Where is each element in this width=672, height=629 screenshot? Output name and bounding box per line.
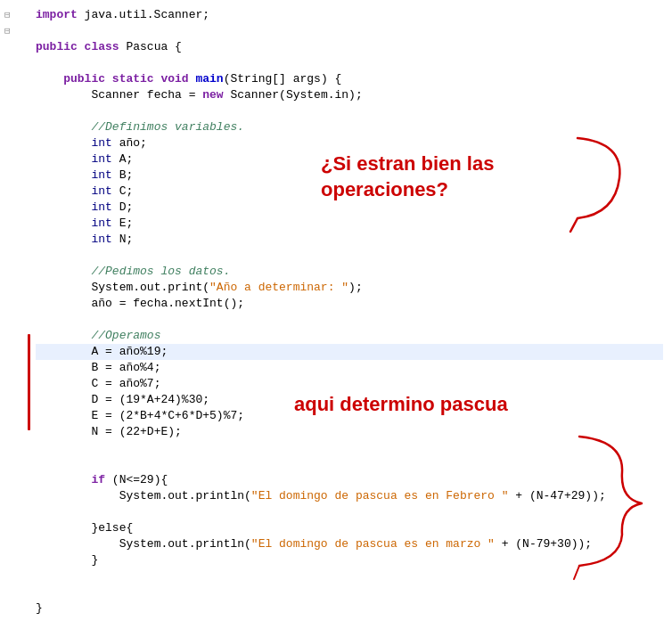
code-line: [36, 103, 663, 119]
code-line: [36, 568, 663, 584]
code-line: B = año%4;: [36, 360, 663, 376]
code-line: public static void main(String[] args) {: [36, 71, 663, 87]
code-line: int A;: [36, 151, 663, 167]
code-line: [36, 440, 663, 456]
code-line: A = año%19;: [36, 344, 663, 360]
code-line: //Pedimos los datos.: [36, 264, 663, 280]
code-line: //Definimos variables.: [36, 119, 663, 135]
code-line: int B;: [36, 167, 663, 184]
code-line: import java.util.Scanner;: [36, 7, 663, 23]
code-line: if (N<=29){: [36, 472, 663, 488]
code-line: //Operamos: [36, 328, 663, 344]
code-area[interactable]: import java.util.Scanner;public class Pa…: [27, 0, 672, 629]
editor-container: ⊟ ⊟ import java.util.Scanner;public clas…: [0, 0, 672, 629]
code-line: D = (19*A+24)%30;: [36, 392, 663, 408]
code-line: N = (22+D+E);: [36, 424, 663, 440]
code-line: Scanner fecha = new Scanner(System.in);: [36, 87, 663, 103]
code-line: [36, 584, 663, 600]
code-line: [36, 55, 663, 71]
code-line: [36, 23, 663, 39]
code-line: [36, 504, 663, 520]
code-line: int año;: [36, 135, 663, 151]
code-line: C = año%7;: [36, 376, 663, 392]
code-line: System.out.println("El domingo de pascua…: [36, 488, 663, 504]
code-line: E = (2*B+4*C+6*D+5)%7;: [36, 408, 663, 424]
code-line: }: [36, 552, 663, 568]
code-line: int D;: [36, 200, 663, 216]
code-line: año = fecha.nextInt();: [36, 296, 663, 312]
code-line: public class Pascua {: [36, 39, 663, 55]
code-line: System.out.print("Año a determinar: ");: [36, 280, 663, 296]
code-line: }: [36, 600, 663, 617]
code-line: System.out.println("El domingo de pascua…: [36, 536, 663, 552]
code-line: [36, 248, 663, 264]
code-line: int E;: [36, 216, 663, 232]
code-line: [36, 312, 663, 328]
code-line: int N;: [36, 232, 663, 248]
code-line: int C;: [36, 184, 663, 200]
code-line: }else{: [36, 520, 663, 536]
code-line: [36, 456, 663, 472]
